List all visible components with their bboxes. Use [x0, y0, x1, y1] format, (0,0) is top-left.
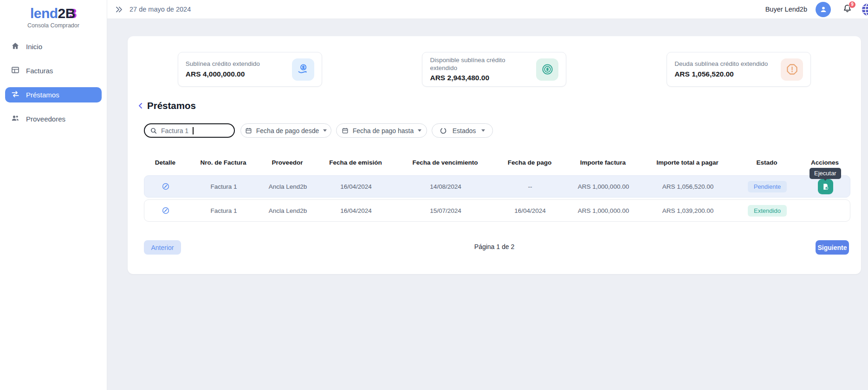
card-value: ARS 4,000,000.00	[186, 70, 260, 78]
execute-action-button[interactable]	[818, 179, 833, 194]
card-label: Sublínea crédito extendido	[186, 60, 260, 68]
card-value: ARS 1,056,520.00	[674, 70, 768, 78]
notifications-button[interactable]: 9	[842, 3, 853, 16]
search-icon	[150, 127, 157, 134]
invoices-table-icon	[11, 65, 20, 76]
total-amount: ARS 1,056,520.00	[641, 183, 735, 190]
notification-badge: 9	[849, 1, 856, 8]
brand-subtitle: Consola Comprador	[0, 22, 107, 29]
table-header: Detalle Nro. de Factura Proveedor Fecha …	[144, 155, 850, 169]
payment-date: 16/04/2024	[494, 207, 566, 214]
card-label: Deuda sublínea crédito extendido	[674, 60, 768, 68]
people-icon	[11, 114, 20, 124]
sidebar-item-prestamos[interactable]: Préstamos	[5, 87, 102, 102]
brand-wordmark: lend2B3	[30, 6, 77, 21]
invoice-amount: ARS 1,000,000.00	[566, 183, 641, 190]
pagination: Anterior Página 1 de 2 Siguiente	[128, 240, 861, 255]
sidebar-item-proveedores[interactable]: Proveedores	[5, 111, 102, 127]
page-info: Página 1 de 2	[128, 243, 861, 250]
tooltip-caret	[823, 179, 827, 181]
column-header: Fecha de vencimiento	[396, 159, 494, 166]
sidebar-item-label: Inicio	[26, 43, 42, 51]
issue-date: 16/04/2024	[315, 183, 397, 190]
status-badge: Extendido	[748, 205, 787, 217]
current-date: 27 de mayo de 2024	[130, 6, 191, 13]
card-text: Disponible sublínea crédito extendido AR…	[430, 57, 525, 83]
filter-states[interactable]: Estados	[432, 123, 493, 138]
invoice-number: Factura 1	[187, 183, 260, 190]
language-globe-button[interactable]	[862, 3, 868, 16]
coin-icon	[536, 58, 558, 81]
view-detail-eye-icon[interactable]	[162, 182, 170, 191]
card-disponible-sublinea: Disponible sublínea crédito extendido AR…	[422, 52, 566, 87]
sidebar-collapse-icon[interactable]	[115, 5, 123, 14]
hand-coin-icon	[292, 58, 314, 81]
column-header: Acciones	[799, 159, 850, 166]
due-date: 14/08/2024	[397, 183, 494, 190]
card-deuda-sublinea: Deuda sublínea crédito extendido ARS 1,0…	[667, 52, 811, 87]
user-name: Buyer Lend2b	[765, 6, 807, 13]
text-cursor	[193, 127, 194, 134]
next-page-button[interactable]: Siguiente	[816, 240, 849, 255]
app-window: lend2B3 Consola Comprador Inicio Factura…	[0, 0, 868, 390]
supplier: Ancla Lend2b	[260, 207, 315, 214]
view-detail-eye-icon[interactable]	[162, 206, 170, 215]
filters-bar: Factura 1 Fecha de pago desde Fecha de p…	[144, 123, 493, 138]
total-amount: ARS 1,039,200.00	[641, 207, 735, 214]
card-sublinea-credito: Sublínea crédito extendido ARS 4,000,000…	[178, 52, 322, 87]
topbar-right: Buyer Lend2b 9	[765, 2, 868, 17]
chevron-down-icon	[323, 129, 327, 132]
column-header: Estado	[734, 159, 799, 166]
alert-octagon-icon	[781, 58, 803, 81]
column-header: Fecha de pago	[494, 159, 565, 166]
table-row[interactable]: Factura 1 Ancla Lend2b 16/04/2024 15/07/…	[144, 199, 850, 222]
sidebar-item-label: Facturas	[26, 67, 53, 75]
sidebar-item-inicio[interactable]: Inicio	[5, 39, 102, 54]
table-row[interactable]: Factura 1 Ancla Lend2b 16/04/2024 14/08/…	[144, 175, 850, 198]
status-badge: Pendiente	[748, 181, 787, 192]
invoice-amount: ARS 1,000,000.00	[566, 207, 641, 214]
filter-label: Estados	[453, 127, 476, 134]
brand-secondary-text: 2B	[58, 6, 75, 21]
sidebar-item-label: Préstamos	[26, 91, 59, 99]
summary-cards: Sublínea crédito extendido ARS 4,000,000…	[128, 52, 861, 87]
page-heading: Préstamos	[136, 100, 196, 111]
status-circle-icon	[440, 127, 447, 134]
filter-date-from[interactable]: Fecha de pago desde	[240, 123, 331, 138]
search-input[interactable]: Factura 1	[144, 123, 235, 138]
back-chevron-icon[interactable]	[136, 101, 145, 110]
tooltip-ejecutar: Ejecutar	[810, 168, 841, 179]
topbar: 27 de mayo de 2024 Buyer Lend2b 9	[107, 0, 868, 19]
card-text: Deuda sublínea crédito extendido ARS 1,0…	[674, 60, 768, 78]
filter-date-to[interactable]: Fecha de pago hasta	[336, 123, 427, 138]
file-check-icon	[822, 183, 829, 191]
sidebar-item-facturas[interactable]: Facturas	[5, 63, 102, 78]
payment-date: --	[494, 183, 566, 190]
column-header: Importe total a pagar	[641, 159, 734, 166]
sidebar-item-label: Proveedores	[26, 115, 65, 123]
supplier: Ancla Lend2b	[260, 183, 315, 190]
column-header: Proveedor	[260, 159, 315, 166]
column-header: Importe factura	[565, 159, 641, 166]
card-label: Disponible sublínea crédito extendido	[430, 57, 525, 72]
avatar[interactable]	[816, 2, 831, 17]
invoice-number: Factura 1	[187, 207, 260, 214]
sidebar-nav: Inicio Facturas Préstamos Proveedores	[0, 39, 107, 127]
main-panel: Sublínea crédito extendido ARS 4,000,000…	[128, 36, 861, 274]
calendar-icon	[342, 127, 349, 134]
globe-icon	[862, 10, 868, 18]
card-value: ARS 2,943,480.00	[430, 74, 525, 82]
sidebar: lend2B3 Consola Comprador Inicio Factura…	[0, 0, 107, 390]
filter-label: Fecha de pago desde	[256, 127, 319, 134]
filter-label: Fecha de pago hasta	[353, 127, 414, 134]
home-icon	[11, 41, 20, 52]
transfer-arrows-icon	[11, 90, 20, 100]
brand-primary-text: lend	[30, 6, 58, 21]
page-title: Préstamos	[147, 100, 196, 111]
issue-date: 16/04/2024	[315, 207, 397, 214]
calendar-icon	[245, 127, 252, 134]
column-header: Detalle	[144, 159, 187, 166]
card-text: Sublínea crédito extendido ARS 4,000,000…	[186, 60, 260, 78]
chevron-down-icon	[418, 129, 421, 132]
due-date: 15/07/2024	[397, 207, 494, 214]
